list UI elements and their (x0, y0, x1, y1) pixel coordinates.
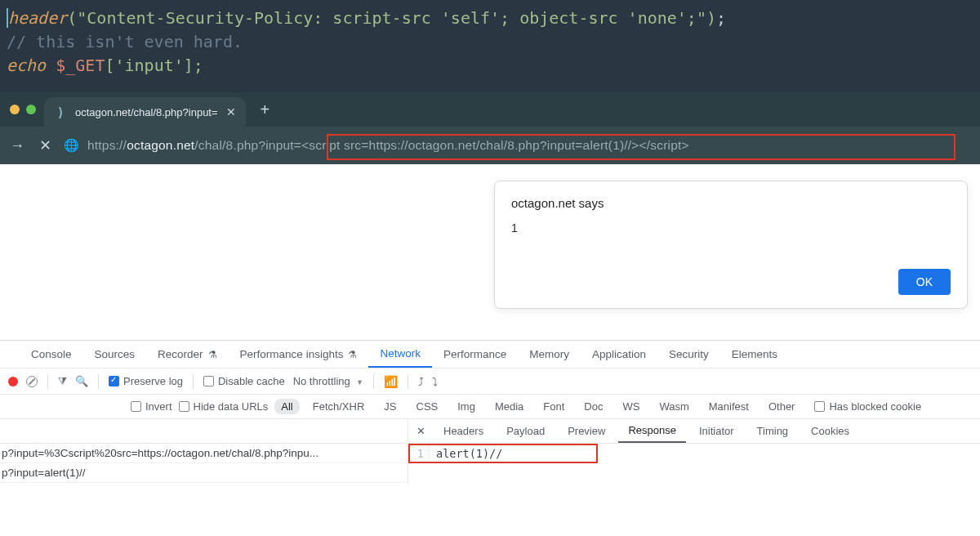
invert-checkbox[interactable]: Invert (131, 400, 172, 413)
page-viewport: octagon.net says 1 OK (0, 164, 980, 340)
filter-fetch[interactable]: Fetch/XHR (306, 399, 372, 414)
js-alert-dialog: octagon.net says 1 OK (494, 181, 968, 309)
clear-icon[interactable] (26, 376, 38, 387)
alert-message: 1 (511, 221, 951, 234)
new-tab-button[interactable]: + (246, 100, 285, 119)
request-list: p?input=%3Cscript%20src=https://octagon.… (0, 419, 408, 485)
tab-security[interactable]: Security (657, 341, 720, 368)
tab-console[interactable]: Console (20, 341, 83, 368)
preserve-log-checkbox[interactable]: Preserve log (109, 375, 183, 387)
network-body: p?input=%3Cscript%20src=https://octagon.… (0, 419, 980, 485)
address-bar[interactable]: 🌐 https://octagon.net/chal/8.php?input=<… (64, 138, 972, 153)
filter-other[interactable]: Other (762, 399, 802, 414)
request-detail: ✕ Headers Payload Preview Response Initi… (408, 419, 980, 485)
filter-font[interactable]: Font (537, 399, 571, 414)
detail-tab-timing[interactable]: Timing (747, 419, 799, 443)
detail-tab-payload[interactable]: Payload (497, 419, 555, 443)
throttling-select[interactable]: No throttling ▼ (293, 375, 363, 387)
devtools-panel: Console Sources Recorder ⚗ Performance i… (0, 340, 980, 485)
browser-tab[interactable]: ) octagon.net/chal/8.php?input= ✕ (44, 97, 246, 127)
browser-chrome: ) octagon.net/chal/8.php?input= ✕ + → ✕ … (0, 92, 980, 164)
request-row[interactable]: p?input=alert(1)// (0, 463, 408, 483)
tab-title: octagon.net/chal/8.php?input= (75, 106, 218, 118)
close-icon[interactable]: ✕ (226, 105, 236, 118)
forward-icon[interactable]: → (8, 137, 26, 154)
filter-ws[interactable]: WS (616, 399, 646, 414)
filter-css[interactable]: CSS (410, 399, 445, 414)
tab-performance[interactable]: Performance (432, 341, 518, 368)
url-text: https://octagon.net/chal/8.php?input=<sc… (87, 138, 689, 153)
address-bar-row: → ✕ 🌐 https://octagon.net/chal/8.php?inp… (0, 127, 980, 164)
tab-sources[interactable]: Sources (83, 341, 147, 368)
download-icon[interactable]: ⤵ (432, 375, 438, 388)
flask-icon: ⚗ (208, 349, 217, 360)
detail-tab-preview[interactable]: Preview (558, 419, 615, 443)
tab-recorder[interactable]: Recorder ⚗ (146, 341, 229, 368)
alert-title: octagon.net says (511, 196, 951, 210)
window-controls (7, 105, 44, 114)
code-comment: // this isn't even hard. (7, 32, 243, 51)
globe-icon: 🌐 (64, 138, 79, 153)
minimize-icon[interactable] (10, 105, 20, 114)
filter-doc[interactable]: Doc (577, 399, 609, 414)
blocked-cookies-checkbox[interactable]: Has blocked cookie (814, 400, 921, 413)
disable-cache-checkbox[interactable]: Disable cache (203, 375, 285, 387)
code-editor: header("Content-Security-Policy: script-… (0, 0, 980, 92)
tab-application[interactable]: Application (581, 341, 657, 368)
close-icon[interactable]: ✕ (416, 425, 430, 437)
wifi-icon[interactable]: 📶 (384, 375, 398, 388)
network-filter-row: Invert Hide data URLs All Fetch/XHR JS C… (0, 395, 980, 419)
detail-tab-headers[interactable]: Headers (434, 419, 493, 443)
upload-icon[interactable]: ⤴ (418, 375, 424, 388)
ok-button[interactable]: OK (898, 269, 951, 295)
tab-network[interactable]: Network (368, 341, 432, 368)
filter-js[interactable]: JS (377, 399, 403, 414)
tab-elements[interactable]: Elements (720, 341, 789, 368)
code-str: ("Content-Security-Policy: script-src 's… (67, 8, 716, 28)
record-icon[interactable] (8, 377, 18, 386)
response-text: alert(1)// (430, 444, 502, 460)
code-fn: header (8, 8, 67, 28)
hide-data-urls-checkbox[interactable]: Hide data URLs (179, 400, 269, 413)
filter-wasm[interactable]: Wasm (653, 399, 695, 414)
search-icon[interactable]: 🔍 (75, 375, 88, 387)
detail-tab-response[interactable]: Response (618, 419, 686, 443)
network-toolbar: ⧩ 🔍 Preserve log Disable cache No thrott… (0, 368, 980, 395)
detail-tab-cookies[interactable]: Cookies (801, 419, 859, 443)
favicon-icon: ) (54, 105, 67, 118)
filter-all[interactable]: All (274, 399, 299, 414)
flask-icon: ⚗ (348, 349, 357, 360)
response-body: 1 alert(1)// (408, 444, 980, 460)
filter-icon[interactable]: ⧩ (58, 375, 67, 388)
tab-memory[interactable]: Memory (518, 341, 581, 368)
maximize-icon[interactable] (26, 105, 36, 114)
tab-performance-insights[interactable]: Performance insights ⚗ (229, 341, 369, 368)
filter-manifest[interactable]: Manifest (702, 399, 755, 414)
devtools-tab-bar: Console Sources Recorder ⚗ Performance i… (0, 341, 980, 368)
tab-strip: ) octagon.net/chal/8.php?input= ✕ + (0, 92, 980, 127)
filter-media[interactable]: Media (488, 399, 530, 414)
line-number: 1 (408, 444, 430, 460)
stop-icon[interactable]: ✕ (36, 136, 54, 154)
request-row[interactable]: p?input=%3Cscript%20src=https://octagon.… (0, 444, 408, 463)
detail-tab-initiator[interactable]: Initiator (689, 419, 744, 443)
filter-img[interactable]: Img (451, 399, 482, 414)
detail-tab-bar: ✕ Headers Payload Preview Response Initi… (408, 419, 980, 444)
